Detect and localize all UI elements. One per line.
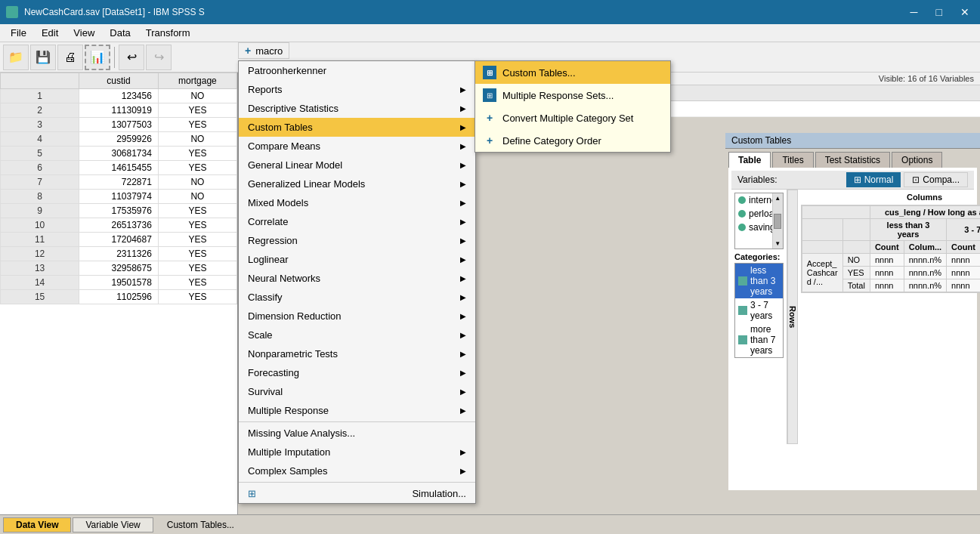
menu-simulation[interactable]: ⊞ Simulation... [239,484,475,503]
menu-view[interactable]: View [66,26,102,40]
menu-correlate[interactable]: Correlate ▶ [239,212,475,231]
th-colum1: Colum... [904,241,946,254]
cell-rownum: 6 [1,161,79,175]
multiple-response-icon: ⊞ [483,88,496,102]
menu-glm[interactable]: General Linear Model ▶ [239,156,475,174]
menu-descriptive[interactable]: Descriptive Statistics ▶ [239,99,475,118]
tab-table[interactable]: Table [728,152,771,168]
menu-genlinear[interactable]: Generalized Linear Models ▶ [239,174,475,193]
ct-row-accept-no: Accept_Cashcard /... NO nnnn nnnn.n% nnn… [802,254,980,267]
separator-2 [239,482,475,483]
macro-plus-icon: + [245,45,251,57]
cell-mortgage: YES [158,276,236,290]
menu-define-category[interactable]: + Define Category Order [475,129,670,152]
menu-mixed[interactable]: Mixed Models ▶ [239,193,475,212]
th-empty3 [802,241,842,254]
ct-table-preview: cus_leng / How long as a custo less than… [801,205,980,293]
scroll-down-icon[interactable]: ▼ [774,240,781,247]
compact-view-button[interactable]: ⊡ Compa... [904,172,968,187]
menu-multiple-imputation[interactable]: Multiple Imputation ▶ [239,443,475,461]
menu-loglinear[interactable]: Loglinear ▶ [239,250,475,269]
arrow-mixed: ▶ [460,199,466,207]
menu-classify[interactable]: Classify ▶ [239,288,475,307]
menu-file[interactable]: File [3,26,34,40]
menu-survival[interactable]: Survival ▶ [239,382,475,401]
tab-test-statistics[interactable]: Test Statistics [815,152,890,168]
menu-custom-tables[interactable]: Custom Tables ▶ [239,118,475,137]
arrow-descriptive: ▶ [460,104,466,113]
menu-convert-multiple[interactable]: + Convert Multiple Category Set [475,106,670,129]
listbox-scrollbar[interactable]: ▲ ▼ [772,193,783,248]
ct-right-pane: Columns cus_leng / How long as a custo [798,190,980,444]
normal-view-button[interactable]: ⊞ Normal [846,172,901,187]
scroll-up-icon[interactable]: ▲ [774,195,781,202]
view-buttons[interactable]: ⊞ Normal ⊡ Compa... [846,172,968,187]
arrow-nonparam: ▶ [460,350,466,358]
chart-button[interactable]: 📊 [85,45,110,70]
menu-custom-tables-item[interactable]: ⊞ Custom Tables... [475,61,670,84]
macro-bar[interactable]: + macro [238,42,289,59]
table-row: 15 1102596 YES [1,290,237,304]
custom-tables-submenu[interactable]: ⊞ Custom Tables... ⊞ Multiple Response S… [475,60,671,153]
menu-regression[interactable]: Regression ▶ [239,231,475,250]
arrow-multiple-imputation: ▶ [460,448,466,456]
menu-reports[interactable]: Reports ▶ [239,80,475,99]
ct-body: Variables: ⊞ Normal ⊡ Compa... [728,168,977,490]
table-row: 5 30681734 YES [1,147,237,161]
sim-icon: ⊞ [248,488,256,499]
undo-button[interactable]: ↩ [119,45,144,70]
menu-dimension[interactable]: Dimension Reduction ▶ [239,307,475,326]
custom-tables-icon: ⊞ [483,66,496,79]
col-header-custid[interactable]: custid [79,73,159,89]
menu-multiple-response[interactable]: Multiple Response ▶ [239,401,475,420]
menu-patroonherkenner[interactable]: Patroonherkenner [239,61,475,80]
var-dot-savings [738,224,746,231]
tab-data-view[interactable]: Data View [3,517,71,532]
tab-titles[interactable]: Titles [772,152,813,168]
var-dot-perloan [738,210,746,218]
close-button[interactable]: ✕ [956,5,974,20]
arrow-reports: ▶ [460,85,466,94]
menu-missing-value[interactable]: Missing Value Analysis... [239,424,475,443]
cell-mortgage: NO [158,190,236,204]
print-button[interactable]: 🖨 [57,45,83,70]
menu-complex-samples[interactable]: Complex Samples ▶ [239,461,475,480]
menu-scale[interactable]: Scale ▶ [239,326,475,344]
col-header-rownum [1,73,79,89]
cell-rownum: 2 [1,103,79,118]
redo-button[interactable]: ↪ [146,45,172,70]
menu-data[interactable]: Data [102,26,138,40]
menu-transform[interactable]: Transform [138,26,198,40]
menu-neural[interactable]: Neural Networks ▶ [239,269,475,288]
th-count1: Count [870,241,904,254]
macro-label: macro [255,45,283,57]
cat-more-7[interactable]: more than 7 years [735,323,783,357]
columns-header: Columns [801,193,980,202]
minimize-button[interactable]: ─ [906,5,923,20]
menu-compare-means[interactable]: Compare Means ▶ [239,137,475,156]
cat-3-7[interactable]: 3 - 7 years [735,298,783,323]
cat-less-3[interactable]: less than 3 years [735,264,783,298]
menu-forecasting[interactable]: Forecasting ▶ [239,363,475,382]
save-button[interactable]: 💾 [30,45,56,70]
app-icon [6,6,18,18]
tab-variable-view[interactable]: Variable View [73,517,153,532]
open-button[interactable]: 📁 [3,45,29,70]
col-header-mortgage[interactable]: mortgage [158,73,236,89]
categories-listbox[interactable]: less than 3 years 3 - 7 years more than … [734,263,784,358]
menu-multiple-response-sets[interactable]: ⊞ Multiple Response Sets... [475,84,670,106]
cell-rownum: 13 [1,261,79,276]
title-bar-controls[interactable]: ─ □ ✕ [906,5,974,20]
arrow-regression: ▶ [460,236,466,245]
variables-listbox[interactable]: internet perloan savings ▲ [734,193,784,249]
cell-mortgage: YES [158,261,236,276]
main-dropdown[interactable]: Patroonherkenner Reports ▶ Descriptive S… [238,60,476,504]
normal-icon: ⊞ [854,174,861,185]
menu-edit[interactable]: Edit [34,26,66,40]
maximize-button[interactable]: □ [932,5,947,20]
menu-nonparam[interactable]: Nonparametric Tests ▶ [239,344,475,363]
ct-tabs[interactable]: Table Titles Test Statistics Options [725,149,980,168]
table-row: 6 14615455 YES [1,161,237,175]
tab-options[interactable]: Options [892,152,942,168]
separator-1 [239,421,475,422]
